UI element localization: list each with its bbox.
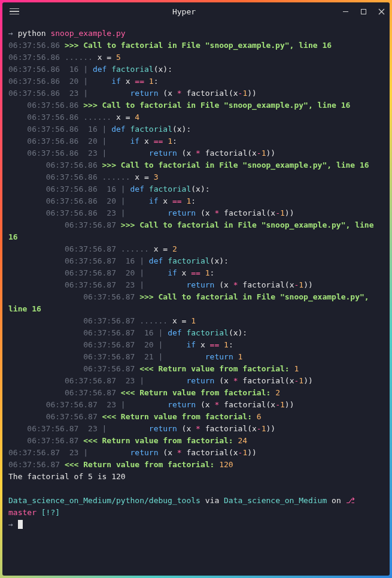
- line-number: 23: [83, 424, 102, 433]
- kw-def: def: [93, 65, 111, 74]
- dots: ......: [121, 244, 154, 253]
- dots: ......: [83, 113, 116, 122]
- kw-return: return: [149, 149, 177, 158]
- pipe: |: [121, 196, 130, 205]
- kw-return: return: [186, 280, 214, 289]
- op-mul: *: [177, 89, 182, 98]
- timestamp: 06:37:56.86: [46, 184, 102, 193]
- return-value: 120: [219, 460, 233, 469]
- command-script: snoop_example.py: [50, 29, 125, 38]
- op-minus: -: [275, 208, 280, 217]
- pipe: |: [83, 65, 93, 74]
- var-value: 5: [116, 53, 121, 62]
- pipe: |: [83, 448, 93, 457]
- pipe: |: [102, 149, 112, 158]
- hamburger-menu-icon[interactable]: [7, 6, 22, 17]
- fn-name: factorial: [149, 184, 191, 193]
- op-mul: *: [233, 280, 238, 289]
- pipe: |: [158, 328, 168, 337]
- pipe: |: [102, 424, 112, 433]
- kw-return: return: [168, 208, 196, 217]
- close-button[interactable]: [378, 8, 385, 15]
- command-binary: python: [18, 29, 51, 38]
- pipe: |: [139, 256, 149, 265]
- pipe: |: [83, 89, 93, 98]
- line-number: 23: [102, 208, 121, 217]
- kw-if: if: [130, 137, 144, 146]
- pipe: |: [121, 208, 130, 217]
- pipe: |: [121, 400, 130, 409]
- timestamp: 06:37:56.87: [83, 292, 139, 301]
- prompt-arrow: →: [8, 29, 18, 38]
- op-mul: *: [233, 376, 238, 385]
- timestamp: 06:37:56.86: [27, 137, 83, 146]
- kw-if: if: [111, 77, 125, 86]
- var-name: x =: [98, 53, 116, 62]
- pipe: |: [158, 352, 168, 361]
- timestamp: 06:37:56.87: [83, 316, 139, 325]
- program-output: The factorial of 5 is 120: [8, 472, 126, 481]
- line-number: 20: [102, 196, 121, 205]
- line-number: 16: [121, 256, 139, 265]
- line-number: 16: [65, 65, 83, 74]
- timestamp: 06:37:56.87: [46, 412, 102, 421]
- titlebar: Hyper: [2, 2, 390, 20]
- svg-rect-1: [361, 9, 366, 14]
- pipe: |: [102, 125, 112, 134]
- snoop-return: <<< Return value from factorial:: [102, 412, 257, 421]
- var-value: 1: [191, 316, 196, 325]
- pipe: |: [158, 340, 168, 349]
- var-name: x =: [116, 113, 135, 122]
- pipe: |: [121, 184, 130, 193]
- var-name: x =: [172, 316, 191, 325]
- timestamp: 06:37:56.87: [27, 424, 83, 433]
- fn-name: factorial: [130, 125, 172, 134]
- line-number: 20: [139, 340, 158, 349]
- kw-def: def: [130, 184, 149, 193]
- line-number: 23: [121, 280, 139, 289]
- snoop-return: <<< Return value from factorial:: [121, 388, 275, 397]
- timestamp: 06:37:56.86: [8, 41, 65, 50]
- minimize-button[interactable]: [342, 8, 349, 15]
- timestamp: 06:37:56.86: [8, 65, 65, 74]
- terminal-output[interactable]: → python snoop_example.py 06:37:56.86 >>…: [2, 20, 390, 576]
- op-minus: -: [275, 400, 280, 409]
- timestamp: 06:37:56.86: [27, 125, 83, 134]
- terminal-window: Hyper → python snoop_example.py 06:37:56…: [2, 2, 390, 576]
- timestamp: 06:37:56.87: [83, 364, 139, 373]
- pipe: |: [83, 77, 93, 86]
- timestamp: 06:37:56.87: [65, 220, 121, 229]
- kw-return: return: [205, 352, 233, 361]
- op-eq: ==: [172, 196, 186, 205]
- dots: ......: [139, 316, 172, 325]
- timestamp: 06:37:56.87: [65, 256, 121, 265]
- snoop-call: >>> Call to factorial in File "snoop_exa…: [102, 161, 369, 170]
- op-mul: *: [196, 424, 200, 433]
- maximize-button[interactable]: [360, 8, 367, 15]
- kw-return: return: [130, 89, 159, 98]
- return-value: 1: [294, 364, 299, 373]
- line-number: 16: [83, 125, 102, 134]
- line-number: 23: [65, 448, 83, 457]
- snoop-return: <<< Return value from factorial:: [83, 436, 238, 445]
- timestamp: 06:37:56.87: [65, 388, 121, 397]
- line-number: 23: [102, 400, 121, 409]
- line-number: 20: [65, 77, 83, 86]
- timestamp: 06:37:56.87: [65, 376, 121, 385]
- timestamp: 06:37:56.87: [8, 460, 65, 469]
- line-number: 23: [83, 149, 102, 158]
- line-number: 23: [65, 89, 83, 98]
- return-value: 6: [257, 412, 262, 421]
- fn-name: factorial: [168, 256, 209, 265]
- timestamp: 06:37:56.86: [46, 208, 102, 217]
- var-value: 3: [154, 173, 159, 181]
- timestamp: 06:37:56.87: [8, 448, 65, 457]
- fn-name: factorial: [186, 328, 228, 337]
- var-name: x =: [154, 244, 172, 253]
- timestamp: 06:37:56.86: [46, 173, 102, 181]
- cwd-path: Data_science_on_Medium/python/debug_tool…: [8, 496, 200, 505]
- kw-return: return: [186, 376, 214, 385]
- kw-if: if: [149, 196, 163, 205]
- dots: ......: [102, 173, 135, 181]
- var-value: 4: [135, 113, 139, 122]
